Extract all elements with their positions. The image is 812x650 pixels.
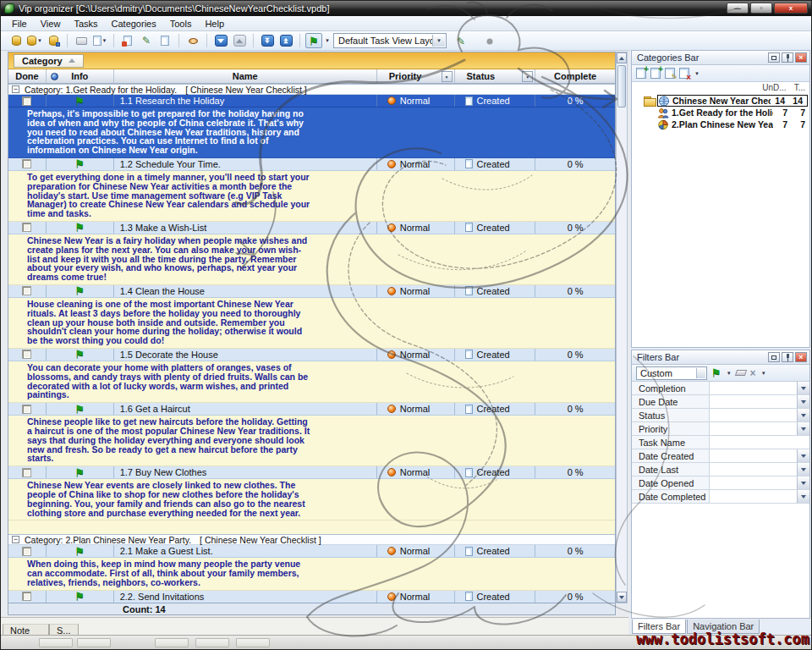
panel-restore-button[interactable]: [768, 352, 780, 362]
done-checkbox[interactable]: [22, 405, 31, 414]
task-row[interactable]: ⚑ 1.5 Decorate the House Normal Created …: [8, 349, 615, 361]
done-checkbox[interactable]: [22, 468, 31, 477]
tree-item-root[interactable]: Chinese New Year Checklist 14 14: [632, 95, 809, 107]
close-button[interactable]: x: [774, 3, 808, 14]
task-view-layout-combo[interactable]: Default Task View Layout ▼: [333, 33, 447, 48]
filter-value-field[interactable]: [710, 422, 797, 435]
print-button[interactable]: [73, 33, 90, 48]
edit-category-icon[interactable]: [665, 68, 675, 79]
tree-item-category-1[interactable]: 1.Get Ready for the Holiday 7 7: [632, 107, 809, 118]
chevron-down-icon[interactable]: ▼: [432, 35, 445, 47]
task-name[interactable]: 1.1 Research the Holiday: [114, 95, 377, 107]
filter-value-field[interactable]: [710, 395, 797, 408]
filter-value-field[interactable]: [710, 449, 797, 462]
dropdown-arrow-icon[interactable]: [797, 476, 809, 489]
flag-filter-button[interactable]: ⚑: [305, 33, 322, 48]
menu-tasks[interactable]: Tasks: [67, 17, 104, 30]
filter-preset-combo[interactable]: Custom: [636, 366, 707, 380]
filter-value-field[interactable]: [710, 476, 797, 489]
filter-value-field[interactable]: [710, 490, 797, 503]
task-name[interactable]: 1.7 Buy New Clothes: [114, 466, 377, 478]
task-name[interactable]: 2.2. Send Invitations: [114, 591, 377, 603]
panel-pin-button[interactable]: [782, 52, 793, 63]
save-database-button[interactable]: [45, 33, 62, 48]
group-by-category-button[interactable]: Category: [14, 54, 84, 68]
panel-restore-button[interactable]: [768, 52, 780, 63]
dropdown-arrow-icon[interactable]: [797, 463, 809, 476]
task-name[interactable]: 1.3 Make a Wish-List: [114, 222, 377, 234]
menu-view[interactable]: View: [34, 17, 68, 30]
vertical-scrollbar[interactable]: [616, 52, 628, 603]
delete-category-icon[interactable]: [679, 68, 689, 79]
done-checkbox[interactable]: [22, 592, 31, 601]
expand-all-button[interactable]: [259, 33, 276, 48]
task-name[interactable]: 1.4 Clean the House: [114, 285, 377, 297]
collapse-all-button[interactable]: [277, 33, 294, 48]
done-checkbox[interactable]: [22, 547, 31, 556]
edit-layout-button[interactable]: ✎: [453, 34, 469, 49]
task-row[interactable]: ⚑ 1.7 Buy New Clothes Normal Created 0 %: [8, 466, 615, 479]
column-complete[interactable]: Complete: [535, 69, 615, 83]
move-down-button[interactable]: [212, 33, 229, 48]
filter-dropdown-icon[interactable]: ▼: [442, 71, 453, 82]
title-bar[interactable]: Vip organizer [C:\Users\dmitry\Documents…: [1, 1, 811, 16]
tree-item-category-2[interactable]: 2.Plan Chinese New Year Pa 7 7: [632, 118, 809, 130]
add-subcategory-icon[interactable]: [650, 68, 661, 79]
dropdown-arrow-icon[interactable]: [797, 449, 809, 462]
task-row[interactable]: ⚑ 1.1 Research the Holiday Normal Create…: [8, 95, 615, 107]
task-name[interactable]: 1.2 Schedule Your Time.: [114, 158, 377, 170]
task-row[interactable]: ⚑ 1.6 Get a Haircut Normal Created 0 %: [8, 403, 615, 416]
new-task-button[interactable]: [119, 33, 136, 48]
done-checkbox[interactable]: [22, 159, 31, 168]
task-row[interactable]: ⚑ 2.2. Send Invitations Normal Created 0…: [8, 591, 615, 603]
filter-dropdown-icon[interactable]: ▼: [522, 71, 533, 82]
menu-tools[interactable]: Tools: [163, 17, 199, 30]
duplicate-task-button[interactable]: [156, 33, 173, 48]
done-checkbox[interactable]: [22, 223, 31, 232]
dropdown-arrow-icon[interactable]: [797, 409, 809, 421]
filter-value-field[interactable]: [710, 463, 797, 476]
panel-close-button[interactable]: ×: [795, 352, 807, 362]
group-row-1[interactable]: − Category: 1.Get Ready for the Holiday.…: [8, 84, 615, 95]
new-database-button[interactable]: [8, 33, 25, 48]
filter-value-field[interactable]: [710, 409, 797, 421]
column-info[interactable]: Info: [47, 69, 114, 83]
view-notes-button[interactable]: [184, 33, 201, 48]
task-name[interactable]: 1.5 Decorate the House: [114, 349, 377, 361]
dropdown-arrow-icon[interactable]: [797, 382, 809, 394]
menu-help[interactable]: Help: [198, 17, 231, 30]
column-priority[interactable]: Priority▼: [377, 69, 455, 83]
scrollbar-thumb[interactable]: [617, 65, 626, 107]
filter-value-field[interactable]: [710, 382, 797, 394]
clear-filter-icon[interactable]: [734, 370, 746, 376]
dropdown-arrow-icon[interactable]: [797, 422, 809, 435]
dropdown-arrow-icon[interactable]: [797, 395, 809, 408]
menu-file[interactable]: File: [5, 17, 34, 30]
minimize-button[interactable]: —: [727, 3, 749, 14]
apply-filter-icon[interactable]: ⚑: [711, 368, 721, 377]
done-checkbox[interactable]: [22, 96, 31, 106]
edit-task-button[interactable]: ✎: [138, 33, 155, 48]
task-row[interactable]: ⚑ 1.3 Make a Wish-List Normal Created 0 …: [8, 222, 615, 234]
menu-categories[interactable]: Categories: [105, 17, 163, 30]
maximize-button[interactable]: ▫: [750, 3, 772, 14]
scroll-down-button[interactable]: [617, 592, 627, 603]
task-name[interactable]: 2.1 Make a Guest List.: [114, 545, 377, 557]
open-database-button[interactable]: ▼: [26, 33, 43, 48]
scroll-up-button[interactable]: [617, 52, 627, 63]
task-row[interactable]: ⚑ 1.2 Schedule Your Time. Normal Created…: [8, 158, 615, 171]
add-category-icon[interactable]: [636, 68, 646, 79]
dropdown-arrow-icon[interactable]: [797, 490, 809, 503]
collapse-icon[interactable]: −: [12, 536, 19, 543]
column-done[interactable]: Done: [8, 69, 47, 83]
done-checkbox[interactable]: [22, 286, 31, 295]
group-row-2[interactable]: − Category: 2.Plan Chinese New Year Part…: [8, 534, 615, 545]
column-status[interactable]: Status▼: [455, 69, 536, 83]
task-row[interactable]: ⚑ 2.1 Make a Guest List. Normal Created …: [8, 545, 615, 558]
done-checkbox[interactable]: [22, 350, 31, 359]
panel-pin-button[interactable]: [782, 352, 793, 362]
move-up-button[interactable]: [231, 33, 248, 48]
column-name[interactable]: Name: [114, 69, 377, 83]
filter-value-field[interactable]: [710, 436, 809, 449]
panel-close-button[interactable]: ×: [795, 52, 807, 63]
